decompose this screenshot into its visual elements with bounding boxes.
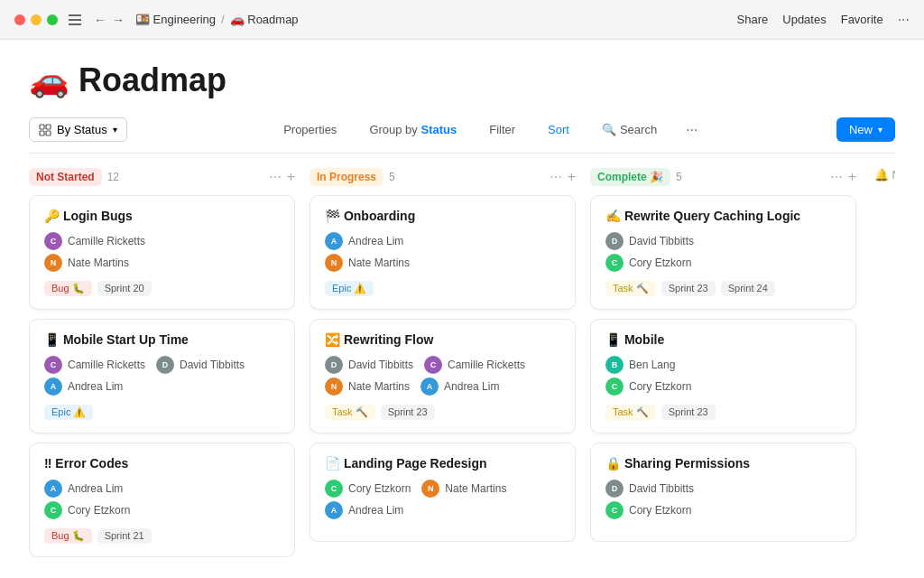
traffic-lights <box>14 14 58 25</box>
avatar: A <box>325 232 343 250</box>
person-name: Cory Etzkorn <box>629 504 691 517</box>
tag[interactable]: Sprint 20 <box>97 281 152 296</box>
breadcrumb-roadmap[interactable]: 🚗 Roadmap <box>230 13 299 26</box>
card-title: 🔀 Rewriting Flow <box>325 332 560 347</box>
toolbar-more-button[interactable]: ··· <box>682 118 701 142</box>
col-badge-in-progress: In Progress <box>310 168 383 186</box>
person-name: Camille Ricketts <box>68 359 145 371</box>
avatar: N <box>421 480 439 498</box>
tag[interactable]: Epic ⚠️ <box>325 281 374 296</box>
close-button[interactable] <box>14 14 25 25</box>
card-title: 📄 Landing Page Redesign <box>325 456 560 471</box>
card-complete-2[interactable]: 🔒 Sharing PermissionsDDavid TibbittsCCor… <box>590 443 856 542</box>
col-more-in-progress[interactable]: ··· <box>550 169 561 185</box>
person-name: Andrea Lim <box>68 482 123 495</box>
card-complete-1[interactable]: 📱 MobileBBen LangCCory EtzkornTask 🔨Spri… <box>590 319 856 434</box>
avatar: N <box>325 254 343 272</box>
tag[interactable]: Task 🔨 <box>605 405 656 420</box>
person-name: Nate Martins <box>348 380 410 393</box>
new-btn-chevron-icon: ▾ <box>878 125 882 135</box>
card-not-started-2[interactable]: ‼️ Error CodesAAndrea LimCCory EtzkornBu… <box>29 443 295 557</box>
card-person-row: CCamille RickettsDDavid Tibbitts <box>44 356 280 374</box>
avatar: C <box>325 480 343 498</box>
card-person-row: AAndrea Lim <box>325 501 560 519</box>
avatar: C <box>605 378 624 396</box>
col-more-not-started[interactable]: ··· <box>269 169 281 185</box>
col-more-complete[interactable]: ··· <box>830 169 842 185</box>
card-in-progress-1[interactable]: 🔀 Rewriting FlowDDavid TibbittsCCamille … <box>310 319 576 434</box>
card-person: NNate Martins <box>325 254 560 272</box>
tag[interactable]: Task 🔨 <box>325 405 375 420</box>
hidden-column: 🔔 No... <box>871 168 895 578</box>
card-in-progress-2[interactable]: 📄 Landing Page RedesignCCory EtzkornNNat… <box>310 443 576 542</box>
chevron-down-icon: ▾ <box>113 125 117 135</box>
person-name: Camille Ricketts <box>68 235 145 247</box>
card-tags: Task 🔨Sprint 23 <box>605 405 841 420</box>
person-name: David Tibbitts <box>348 359 413 371</box>
person-name: Cory Etzkorn <box>629 380 691 393</box>
card-person: AAndrea Lim <box>420 378 499 396</box>
tag[interactable]: Task 🔨 <box>605 281 656 296</box>
tag[interactable]: Sprint 23 <box>661 281 716 296</box>
card-not-started-1[interactable]: 📱 Mobile Start Up TimeCCamille RickettsD… <box>29 319 295 434</box>
person-name: Nate Martins <box>68 256 129 269</box>
card-title: ✍️ Rewrite Query Caching Logic <box>605 209 841 223</box>
card-person: AAndrea Lim <box>44 480 280 498</box>
tag[interactable]: Bug 🐛 <box>44 528 92 544</box>
more-options-button[interactable]: ··· <box>898 12 910 28</box>
tag[interactable]: Sprint 23 <box>661 405 716 420</box>
col-add-in-progress[interactable]: + <box>568 169 576 185</box>
card-person: AAndrea Lim <box>44 378 123 396</box>
card-person: BBen Lang <box>605 356 841 374</box>
person-name: Cory Etzkorn <box>629 256 691 269</box>
card-in-progress-0[interactable]: 🏁 OnboardingAAndrea LimNNate MartinsEpic… <box>310 195 576 310</box>
tag[interactable]: Epic ⚠️ <box>44 405 93 420</box>
tag[interactable]: Sprint 21 <box>97 528 152 544</box>
column-header-in-progress: In Progress 5 ··· + <box>310 168 576 186</box>
person-name: Andrea Lim <box>348 504 403 517</box>
hamburger-icon[interactable] <box>69 13 83 27</box>
card-person: CCory Etzkorn <box>605 378 841 396</box>
card-person: CCamille Ricketts <box>424 356 525 374</box>
tag[interactable]: Sprint 24 <box>721 281 775 296</box>
card-complete-0[interactable]: ✍️ Rewrite Query Caching LogicDDavid Tib… <box>590 195 856 310</box>
favorite-button[interactable]: Favorite <box>841 13 883 26</box>
avatar: C <box>424 356 442 374</box>
avatar: C <box>44 501 62 519</box>
column-header-not-started: Not Started 12 ··· + <box>29 168 295 186</box>
card-title: ‼️ Error Codes <box>44 456 280 471</box>
by-status-button[interactable]: By Status ▾ <box>29 117 127 142</box>
col-actions-complete: ··· + <box>830 169 856 185</box>
tag[interactable]: Sprint 23 <box>381 405 435 420</box>
board: Not Started 12 ··· + 🔑 Login BugsCCamill… <box>29 168 895 578</box>
minimize-button[interactable] <box>31 14 42 25</box>
filter-button[interactable]: Filter <box>482 119 522 140</box>
group-by-button[interactable]: Group by Status <box>362 119 464 140</box>
col-actions-not-started: ··· + <box>269 169 295 185</box>
col-add-complete[interactable]: + <box>848 169 856 185</box>
card-people: DDavid TibbittsCCamille RickettsNNate Ma… <box>325 356 560 396</box>
card-not-started-0[interactable]: 🔑 Login BugsCCamille RickettsNNate Marti… <box>29 195 295 310</box>
person-name: Ben Lang <box>629 359 675 371</box>
person-name: Nate Martins <box>348 256 410 269</box>
card-person: NNate Martins <box>325 378 410 396</box>
share-button[interactable]: Share <box>737 13 769 26</box>
tag[interactable]: Bug 🐛 <box>44 281 92 296</box>
col-count-not-started: 12 <box>107 171 119 183</box>
search-button[interactable]: 🔍 Search <box>595 119 664 140</box>
updates-button[interactable]: Updates <box>782 13 826 26</box>
forward-arrow[interactable]: → <box>112 13 125 27</box>
breadcrumb-engineering[interactable]: 🍱 Engineering <box>135 13 216 26</box>
person-name: David Tibbitts <box>180 359 245 371</box>
avatar: C <box>44 356 62 374</box>
avatar: B <box>605 356 624 374</box>
sort-button[interactable]: Sort <box>541 119 577 140</box>
properties-button[interactable]: Properties <box>276 119 344 140</box>
col-add-not-started[interactable]: + <box>287 169 295 185</box>
back-arrow[interactable]: ← <box>94 13 106 27</box>
card-title: 📱 Mobile <box>605 332 841 347</box>
new-button[interactable]: New ▾ <box>836 117 895 142</box>
column-complete: Complete 🎉 5 ··· + ✍️ Rewrite Query Cach… <box>590 168 856 578</box>
maximize-button[interactable] <box>47 14 58 25</box>
cards-in-progress: 🏁 OnboardingAAndrea LimNNate MartinsEpic… <box>310 195 576 542</box>
